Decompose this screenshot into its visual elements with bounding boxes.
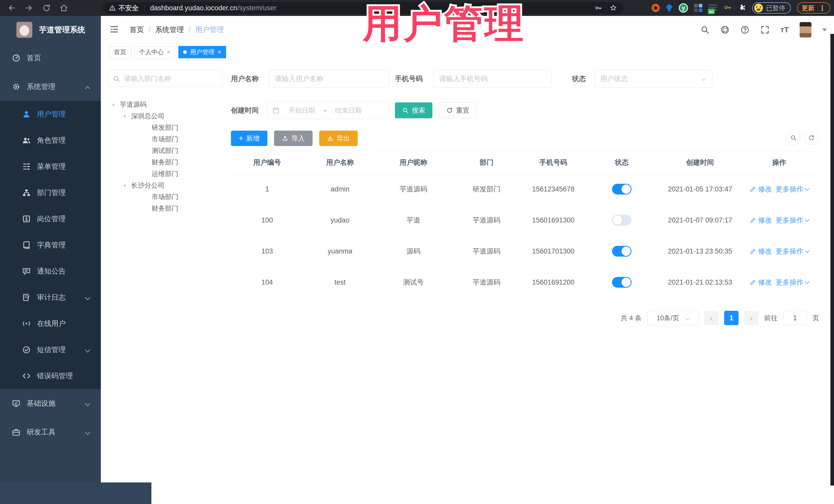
extension-grid-icon[interactable] <box>694 4 702 12</box>
sidebar-item-audit[interactable]: 审计日志 <box>0 284 101 310</box>
extension-green-key-icon[interactable] <box>723 3 731 13</box>
search-icon <box>402 107 409 114</box>
date-range-picker[interactable]: - <box>267 102 390 119</box>
sidebar-item-system[interactable]: 系统管理 <box>0 72 101 101</box>
sidebar-item-infra[interactable]: 基础设施 <box>0 389 101 418</box>
sidebar-item-tools[interactable]: 研发工具 <box>0 418 101 446</box>
dev-tools-icon <box>12 428 21 437</box>
tree-node-运维部门[interactable]: 运维部门 <box>108 168 222 180</box>
browser-menu-kebab-icon[interactable]: ⋮ <box>819 4 826 12</box>
sidebar-item-user[interactable]: 用户管理 <box>0 101 101 127</box>
status-toggle[interactable] <box>612 184 632 195</box>
add-button[interactable]: + 新增 <box>231 131 267 146</box>
dept-search-input[interactable] <box>108 70 222 87</box>
browser-profile-chip[interactable]: 已暂停 <box>752 2 791 14</box>
github-icon[interactable] <box>720 25 729 35</box>
username-input[interactable] <box>269 70 389 87</box>
page-1-button[interactable]: 1 <box>724 311 739 325</box>
more-actions-link[interactable]: 更多操作 <box>776 184 809 194</box>
more-actions-link[interactable]: 更多操作 <box>776 278 809 287</box>
bookmark-star-icon[interactable] <box>609 4 617 12</box>
search-button[interactable]: 搜索 <box>395 103 432 118</box>
tree-node-长沙分公司[interactable]: ▾长沙分公司 <box>108 180 222 191</box>
sidebar-item-home[interactable]: 首页 <box>0 44 101 72</box>
status-toggle[interactable] <box>612 246 632 257</box>
sidebar-item-dict[interactable]: 字典管理 <box>0 232 101 258</box>
tree-node-财务部门[interactable]: 财务部门 <box>108 156 222 168</box>
help-icon[interactable] <box>740 25 750 35</box>
edit-link[interactable]: 修改 <box>750 247 772 256</box>
edit-link[interactable]: 修改 <box>750 278 772 287</box>
address-bar[interactable]: 不安全 dashboard.yudao.iocoder.cn/system/us… <box>103 2 623 14</box>
user-avatar[interactable] <box>799 22 811 38</box>
tree-node-深圳总公司[interactable]: ▾深圳总公司 <box>108 110 222 122</box>
tree-node-测试部门[interactable]: 测试部门 <box>108 145 222 156</box>
password-key-icon[interactable] <box>594 4 602 12</box>
tree-node-市场部门[interactable]: 市场部门 <box>108 191 222 203</box>
prev-page-button[interactable]: ‹ <box>704 311 719 325</box>
tree-node-财务部门[interactable]: 财务部门 <box>108 203 222 214</box>
extension-gem-icon[interactable] <box>666 4 673 12</box>
app-logo[interactable]: 芋道管理系统 <box>0 16 101 44</box>
caret-down-icon[interactable]: ▾ <box>124 113 131 119</box>
reset-button[interactable]: 重置 <box>439 103 477 118</box>
export-button[interactable]: 导出 <box>319 131 358 146</box>
more-actions-link[interactable]: 更多操作 <box>776 216 809 225</box>
import-button[interactable]: 导入 <box>274 131 312 146</box>
caret-down-icon[interactable]: ▾ <box>124 182 131 189</box>
page-scrollbar[interactable] <box>830 34 834 485</box>
close-icon[interactable]: × <box>218 48 221 56</box>
extensions-puzzle-icon[interactable] <box>738 3 746 13</box>
toggle-search-button[interactable] <box>786 131 800 145</box>
goto-page-input[interactable] <box>783 311 807 325</box>
date-end-input[interactable] <box>328 102 369 119</box>
sidebar-collapse-button[interactable] <box>110 25 119 35</box>
extension-y-icon[interactable]: y <box>679 3 688 13</box>
sidebar-item-menu[interactable]: 菜单管理 <box>0 153 101 180</box>
breadcrumb-home[interactable]: 首页 <box>130 25 144 35</box>
breadcrumb-system[interactable]: 系统管理 <box>155 25 184 35</box>
more-actions-link[interactable]: 更多操作 <box>776 247 809 256</box>
tree-node-市场部门[interactable]: 市场部门 <box>108 133 222 145</box>
page-size-select[interactable]: 10条/页 <box>647 311 699 325</box>
sidebar-item-role[interactable]: 角色管理 <box>0 127 101 153</box>
date-start-input[interactable] <box>281 102 322 119</box>
extension-ubuntu-icon[interactable] <box>652 4 660 12</box>
browser-back-button[interactable] <box>6 2 18 14</box>
tree-node-研发部门[interactable]: 研发部门 <box>108 122 222 133</box>
sidebar-item-dept[interactable]: 部门管理 <box>0 180 101 206</box>
sidebar-item-online[interactable]: 在线用户 <box>0 310 101 337</box>
cell-nickname: 测试号 <box>377 278 450 287</box>
mobile-input[interactable] <box>434 70 551 87</box>
tree-node-芋道源码[interactable]: ▾芋道源码 <box>108 99 222 110</box>
column-header: 用户昵称 <box>377 158 450 167</box>
status-select[interactable]: 用户状态 <box>594 70 712 88</box>
refresh-table-button[interactable] <box>804 131 819 145</box>
total-count-label: 共 4 条 <box>621 313 641 323</box>
header-search-icon[interactable] <box>700 25 709 35</box>
close-icon[interactable]: × <box>167 48 170 56</box>
fullscreen-icon[interactable] <box>760 25 770 35</box>
sidebar-item-sms[interactable]: 短信管理 <box>0 337 101 363</box>
caret-down-icon[interactable]: ▾ <box>112 102 120 108</box>
edit-link[interactable]: 修改 <box>750 216 772 225</box>
browser-reload-button[interactable] <box>41 2 52 14</box>
font-size-icon[interactable]: тT <box>781 25 789 34</box>
browser-home-button[interactable] <box>58 2 70 14</box>
sidebar-item-errcode[interactable]: 错误码管理 <box>0 363 101 389</box>
sidebar-item-notice[interactable]: 通知公告 <box>0 258 101 284</box>
extension-list-on-icon[interactable]: on <box>708 4 717 12</box>
tab-首页[interactable]: 首页 <box>109 46 131 58</box>
sidebar-item-post[interactable]: 岗位管理 <box>0 206 101 232</box>
status-toggle[interactable] <box>612 277 632 288</box>
security-label[interactable]: 不安全 <box>118 4 138 13</box>
browser-forward-button[interactable] <box>23 2 35 14</box>
next-page-button[interactable]: › <box>744 311 759 325</box>
browser-update-button[interactable]: 更新 ⋮ <box>797 2 830 14</box>
tab-用户管理[interactable]: 用户管理× <box>178 46 226 58</box>
tab-个人中心[interactable]: 个人中心× <box>134 46 175 58</box>
edit-link[interactable]: 修改 <box>750 184 772 194</box>
status-toggle[interactable] <box>612 215 632 225</box>
page-url[interactable]: dashboard.yudao.iocoder.cn/system/user <box>150 4 277 12</box>
avatar-caret-icon[interactable] <box>822 28 827 34</box>
